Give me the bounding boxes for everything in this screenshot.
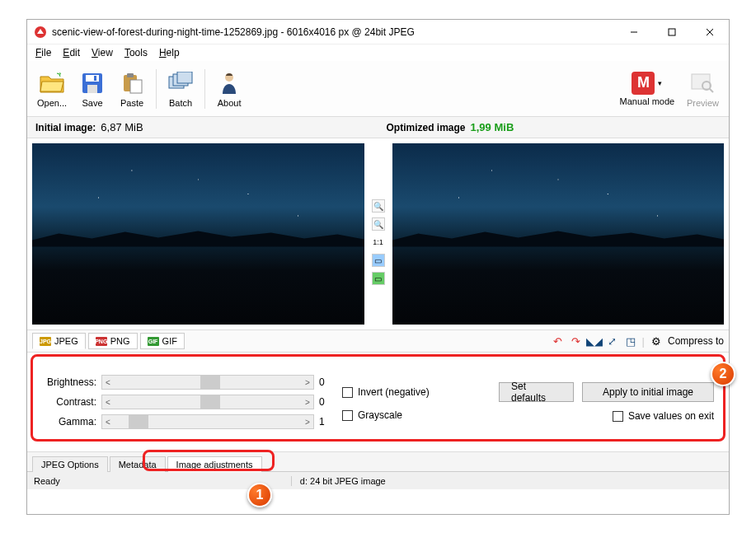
tab-jpeg[interactable]: JPGJPEG (32, 333, 86, 349)
save-button[interactable]: Save (73, 68, 111, 110)
checkbox-group: Invert (negative) Grayscale (342, 383, 491, 421)
tab-png[interactable]: PNGPNG (88, 333, 138, 349)
annotation-badge-2: 2 (711, 362, 735, 386)
batch-button[interactable]: Batch (162, 68, 200, 110)
svg-rect-2 (669, 29, 675, 35)
manual-mode-button[interactable]: M ▾ Manual mode (614, 70, 680, 108)
tab-gif[interactable]: GIFGIF (140, 333, 185, 349)
thumb-icon[interactable]: ▭ (372, 272, 385, 285)
menu-edit[interactable]: Edit (58, 46, 85, 59)
apply-to-initial-button[interactable]: Apply to initial image (582, 382, 714, 402)
initial-image-panel[interactable] (27, 138, 369, 329)
svg-rect-14 (177, 72, 192, 83)
contrast-label: Contrast: (37, 396, 96, 408)
open-button[interactable]: Open... (32, 68, 72, 110)
status-bar: Ready d: 24 bit JPEG image (27, 471, 729, 489)
zoom-1to1-button[interactable]: 1:1 (372, 236, 385, 249)
brightness-slider[interactable]: <> (101, 375, 314, 390)
sliders-group: Brightness: <> 0 Contrast: <> 0 Gamma: <… (37, 375, 334, 429)
bottom-tabs: JPEG Options Metadata Image adjustments (27, 451, 729, 471)
grayscale-checkbox[interactable]: Grayscale (342, 409, 491, 421)
redo-icon[interactable]: ↷ (570, 334, 583, 348)
app-icon (34, 26, 47, 39)
right-tools: ↶ ↷ ◣◢ ⤢ ◳ | ⚙ Compress to (552, 334, 724, 348)
folder-open-icon (39, 70, 65, 96)
contrast-slider[interactable]: <> (101, 395, 314, 409)
preview-button[interactable]: Preview (682, 68, 724, 110)
invert-checkbox[interactable]: Invert (negative) (342, 386, 491, 398)
titlebar: scenic-view-of-forest-during-night-time-… (27, 20, 729, 44)
resize-icon[interactable]: ⤢ (606, 334, 619, 348)
app-window: scenic-view-of-forest-during-night-time-… (26, 19, 730, 515)
menu-help[interactable]: Help (154, 46, 185, 59)
compress-to-label[interactable]: Compress to (668, 335, 724, 347)
optimized-image-preview (392, 143, 725, 325)
optimized-image-label: Optimized image (387, 122, 466, 133)
svg-rect-7 (87, 85, 97, 93)
adjustments-panel: Brightness: <> 0 Contrast: <> 0 Gamma: <… (27, 353, 729, 451)
status-info: d: 24 bit JPEG image (291, 476, 386, 486)
gear-icon[interactable]: ⚙ (650, 334, 663, 348)
brightness-label: Brightness: (37, 376, 96, 388)
contrast-value: 0 (319, 396, 334, 408)
flip-h-icon[interactable]: ◣◢ (588, 334, 601, 348)
zoom-in-icon[interactable]: 🔍 (372, 199, 385, 213)
optimized-image-size: 1,99 MiB (471, 121, 514, 133)
undo-icon[interactable]: ↶ (552, 334, 565, 348)
about-button[interactable]: About (210, 68, 248, 110)
status-ready: Ready (34, 476, 60, 486)
magnifier-icon (689, 70, 716, 96)
manual-mode-icon: M (632, 72, 655, 95)
image-compare-row: 🔍 🔍 1:1 ▭ ▭ (27, 138, 729, 329)
format-tab-row: JPGJPEG PNGPNG GIFGIF ↶ ↷ ◣◢ ⤢ ◳ | ⚙ Com… (27, 329, 729, 353)
brightness-value: 0 (319, 376, 334, 388)
dropdown-arrow-icon: ▾ (658, 79, 662, 87)
fit-icon[interactable]: ▭ (372, 254, 385, 267)
info-bar: Initial image: 6,87 MiB Optimized image … (27, 117, 729, 138)
menu-view[interactable]: View (87, 46, 118, 59)
gamma-label: Gamma: (37, 416, 96, 428)
annotation-badge-1: 1 (247, 483, 272, 507)
initial-image-size: 6,87 MiB (101, 121, 143, 133)
tab-jpeg-options[interactable]: JPEG Options (32, 456, 108, 472)
crop-icon[interactable]: ◳ (624, 334, 637, 348)
initial-image-preview (32, 143, 364, 325)
floppy-icon (79, 70, 106, 96)
batch-icon (167, 70, 194, 96)
svg-rect-6 (86, 75, 99, 82)
menubar: File Edit View Tools Help (27, 44, 729, 61)
save-on-exit-checkbox[interactable]: Save values on exit (613, 410, 714, 422)
svg-line-18 (710, 89, 713, 92)
toolbar-separator (156, 69, 157, 109)
menu-file[interactable]: File (31, 46, 56, 59)
window-controls (615, 20, 729, 44)
optimized-image-panel[interactable] (387, 138, 730, 329)
set-defaults-button[interactable]: Set defaults (499, 382, 574, 402)
zoom-tools: 🔍 🔍 1:1 ▭ ▭ (369, 138, 387, 329)
person-icon (216, 70, 242, 96)
clipboard-icon (119, 70, 145, 96)
maximize-button[interactable] (653, 20, 691, 44)
initial-image-label: Initial image: (35, 122, 96, 133)
tab-image-adjustments[interactable]: Image adjustments (167, 456, 262, 472)
gamma-slider[interactable]: <> (101, 414, 314, 429)
svg-rect-11 (130, 80, 142, 93)
close-button[interactable] (691, 20, 729, 44)
toolbar: Open... Save Paste Batch About M ▾ Manua… (27, 61, 729, 117)
paste-button[interactable]: Paste (113, 68, 151, 110)
toolbar-separator (204, 69, 205, 109)
minimize-button[interactable] (615, 20, 653, 44)
gamma-value: 1 (319, 416, 334, 428)
zoom-out-icon[interactable]: 🔍 (372, 217, 385, 231)
svg-rect-8 (94, 76, 96, 81)
tab-metadata[interactable]: Metadata (110, 456, 166, 472)
menu-tools[interactable]: Tools (120, 46, 153, 59)
svg-rect-10 (127, 73, 134, 77)
window-title: scenic-view-of-forest-during-night-time-… (52, 26, 615, 38)
